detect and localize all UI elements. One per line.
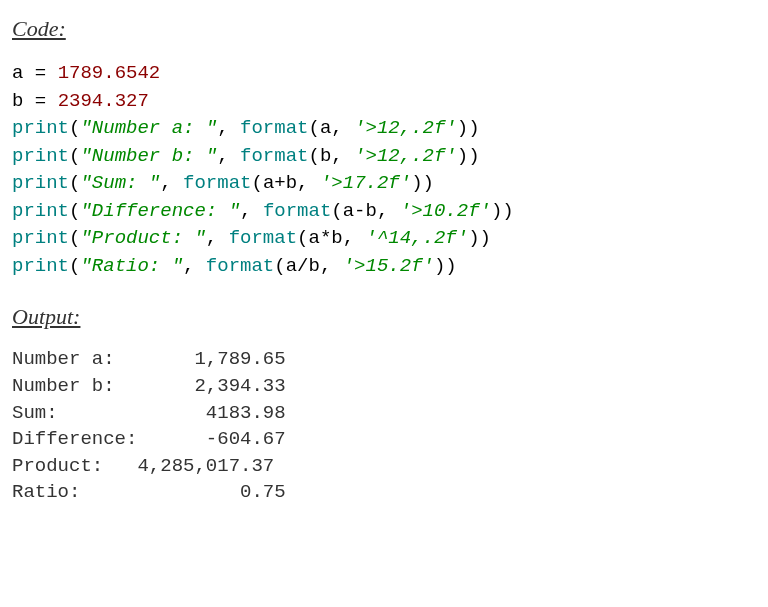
code-heading: Code:	[12, 16, 756, 42]
code-line-2: b = 2394.327	[12, 90, 149, 112]
output-block: Number a: 1,789.65 Number b: 2,394.33 Su…	[12, 346, 756, 506]
output-line-3: Sum: 4183.98	[12, 402, 286, 424]
output-line-5: Product: 4,285,017.37	[12, 455, 286, 477]
output-line-6: Ratio: 0.75	[12, 481, 286, 503]
code-line-5: print("Sum: ", format(a+b, '>17.2f'))	[12, 172, 434, 194]
code-line-8: print("Ratio: ", format(a/b, '>15.2f'))	[12, 255, 457, 277]
code-line-7: print("Product: ", format(a*b, '^14,.2f'…	[12, 227, 491, 249]
code-line-6: print("Difference: ", format(a-b, '>10.2…	[12, 200, 514, 222]
code-line-1: a = 1789.6542	[12, 62, 160, 84]
code-line-4: print("Number b: ", format(b, '>12,.2f')…	[12, 145, 480, 167]
output-line-1: Number a: 1,789.65	[12, 348, 286, 370]
output-line-2: Number b: 2,394.33	[12, 375, 286, 397]
code-block: a = 1789.6542 b = 2394.327 print("Number…	[12, 60, 756, 280]
code-line-3: print("Number a: ", format(a, '>12,.2f')…	[12, 117, 480, 139]
output-heading: Output:	[12, 304, 756, 330]
output-line-4: Difference: -604.67	[12, 428, 286, 450]
